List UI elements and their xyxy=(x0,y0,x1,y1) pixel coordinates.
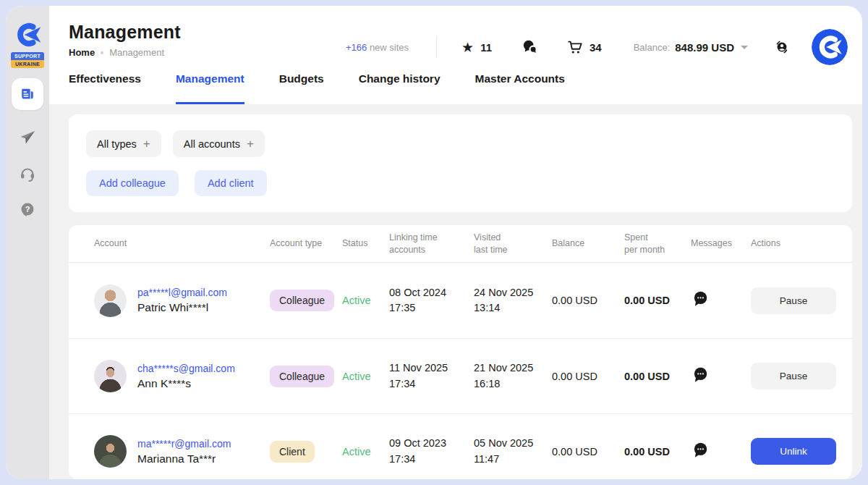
status-label: Active xyxy=(342,371,389,382)
filter-all-types-label: All types xyxy=(97,138,137,150)
linking-hour: 17:34 xyxy=(389,453,415,465)
col-linking-l1: Linking time xyxy=(389,232,438,242)
account-type-badge: Client xyxy=(270,441,315,463)
col-spent-l1: Spent xyxy=(624,232,648,242)
visited-time: 05 Nov 2025 11:47 xyxy=(474,436,552,466)
status-label: Active xyxy=(342,295,389,306)
page-header: Management Home Management +166 new site… xyxy=(49,6,862,104)
page-title: Management xyxy=(69,22,181,43)
visited-hour: 13:14 xyxy=(474,302,500,313)
col-balance: Balance xyxy=(552,237,624,250)
balance-cell: 0.00 USD xyxy=(552,371,624,382)
visited-time: 24 Nov 2025 13:14 xyxy=(474,285,552,316)
cart-stat[interactable]: 34 xyxy=(567,39,602,55)
message-bubble-icon[interactable] xyxy=(691,366,710,384)
support-headset-icon[interactable] xyxy=(19,165,36,182)
account-type-badge: Colleague xyxy=(270,290,334,311)
col-spent-l2: per month xyxy=(624,245,665,255)
profile-avatar[interactable] xyxy=(812,29,848,65)
svg-text:?: ? xyxy=(25,205,30,214)
pause-button[interactable]: Pause xyxy=(751,363,836,389)
filter-all-accounts[interactable]: All accounts + xyxy=(173,130,265,157)
visited-date: 21 Nov 2025 xyxy=(474,362,533,374)
balance-label: Balance: xyxy=(634,42,671,53)
tab-management[interactable]: Management xyxy=(176,72,244,104)
linking-date: 09 Oct 2023 xyxy=(389,437,446,449)
filter-all-accounts-label: All accounts xyxy=(184,138,240,150)
balance-dropdown[interactable]: Balance: 848.99 USD xyxy=(634,41,748,54)
tab-master-accounts[interactable]: Master Accounts xyxy=(475,72,565,104)
col-linking-time: Linking time accounts xyxy=(389,232,474,256)
header-divider xyxy=(436,36,437,58)
filter-all-types[interactable]: All types + xyxy=(86,130,161,157)
avatar xyxy=(94,360,127,392)
pause-button[interactable]: Pause xyxy=(751,287,836,314)
account-email[interactable]: ma*****r@gmail.com xyxy=(137,438,231,450)
favorites-stat[interactable]: ★ 11 xyxy=(461,41,492,54)
main-area: Management Home Management +166 new site… xyxy=(49,6,862,479)
linking-date: 11 Nov 2025 xyxy=(389,362,448,374)
news-icon xyxy=(20,86,35,102)
title-block: Management Home Management xyxy=(69,22,181,58)
col-visited-l2: last time xyxy=(474,245,508,255)
linking-hour: 17:35 xyxy=(389,302,415,313)
cart-icon xyxy=(567,39,583,55)
chat-bubbles-icon[interactable] xyxy=(522,39,538,55)
spent-cell: 0.00 USD xyxy=(624,295,691,306)
new-sites-link[interactable]: +166 new sites xyxy=(346,42,409,53)
new-sites-count: +166 xyxy=(346,42,367,53)
linking-time: 08 Oct 2024 17:35 xyxy=(389,285,474,316)
account-email[interactable]: pa*****l@gmail.com xyxy=(137,287,227,298)
accounts-table: Account Account type Status Linking time… xyxy=(69,225,852,479)
table-header-row: Account Account type Status Linking time… xyxy=(69,225,852,263)
balance-cell: 0.00 USD xyxy=(552,295,624,306)
add-client-button[interactable]: Add client xyxy=(195,170,267,196)
col-account: Account xyxy=(94,237,270,250)
star-icon: ★ xyxy=(461,41,474,54)
telegram-icon[interactable] xyxy=(19,129,36,146)
visited-date: 24 Nov 2025 xyxy=(474,287,533,298)
visited-date: 05 Nov 2025 xyxy=(474,437,533,449)
sidebar-item-news[interactable] xyxy=(12,78,43,110)
new-sites-label: new sites xyxy=(370,42,409,53)
col-messages: Messages xyxy=(691,237,751,250)
filters-card: All types + All accounts + Add colleague… xyxy=(69,114,852,212)
unlink-button[interactable]: Unlink xyxy=(751,438,836,465)
support-ukraine-line1: SUPPORT xyxy=(11,52,44,60)
linking-date: 08 Oct 2024 xyxy=(389,287,446,298)
col-status: Status xyxy=(342,237,389,250)
balance-value: 848.99 USD xyxy=(675,41,734,54)
plus-icon: + xyxy=(247,138,254,150)
linking-hour: 17:34 xyxy=(389,378,415,389)
account-type-badge: Colleague xyxy=(270,366,334,387)
breadcrumb-separator xyxy=(101,51,103,54)
message-bubble-icon[interactable] xyxy=(691,290,710,308)
account-email[interactable]: cha*****s@gmail.com xyxy=(137,363,235,374)
message-bubble-icon[interactable] xyxy=(691,441,710,460)
col-actions: Actions xyxy=(751,237,845,250)
avatar xyxy=(94,435,127,468)
linking-time: 09 Oct 2023 17:34 xyxy=(389,436,474,466)
clickadu-logo-icon[interactable] xyxy=(12,20,43,49)
col-visited: Visited last time xyxy=(474,232,552,256)
switch-account-icon[interactable] xyxy=(774,39,790,55)
linking-time: 11 Nov 2025 17:34 xyxy=(389,360,474,391)
table-row: ma*****r@gmail.com Marianna Ta***r Clien… xyxy=(69,413,852,479)
tab-budgets[interactable]: Budgets xyxy=(279,72,324,104)
app-window: SUPPORT UKRAINE xyxy=(6,6,862,479)
breadcrumb-home[interactable]: Home xyxy=(69,47,95,58)
tab-change-history[interactable]: Change history xyxy=(359,72,441,104)
balance-cell: 0.00 USD xyxy=(552,446,624,457)
col-linking-l2: accounts xyxy=(389,245,425,255)
table-row: pa*****l@gmail.com Patric Whi****l Colle… xyxy=(69,263,852,338)
plus-icon: + xyxy=(143,138,150,150)
topbar-right: +166 new sites ★ 11 xyxy=(346,22,848,65)
help-icon[interactable]: ? xyxy=(19,201,36,219)
tab-effectiveness[interactable]: Effectiveness xyxy=(69,72,141,104)
visited-hour: 11:47 xyxy=(474,453,499,465)
add-colleague-button[interactable]: Add colleague xyxy=(86,170,179,196)
col-spent: Spent per month xyxy=(624,232,691,256)
account-name: Patric Whi****l xyxy=(137,301,227,314)
visited-hour: 16:18 xyxy=(474,378,500,389)
breadcrumb: Home Management xyxy=(69,47,181,58)
